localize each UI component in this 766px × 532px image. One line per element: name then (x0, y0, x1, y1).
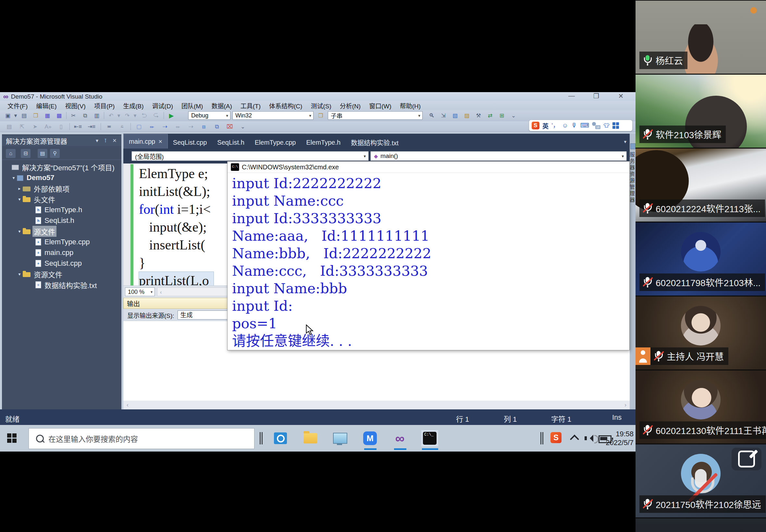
server-explorer-vertical-tab[interactable]: 服务器资源管理器 (630, 152, 636, 204)
tree-item[interactable]: ≡数据结构实验.txt (2, 279, 121, 290)
toolbox-icon[interactable]: ⚒ (474, 112, 483, 120)
menu-item[interactable]: 测试(S) (306, 101, 335, 110)
tree-item[interactable]: +main.cpp (2, 247, 121, 258)
menu-item[interactable]: 编辑(E) (32, 101, 61, 110)
visual-studio-button[interactable]: ∞ (392, 430, 408, 446)
copy-icon[interactable]: ⧉ (80, 112, 90, 120)
tab-list-caret-icon[interactable]: ▾ (624, 139, 626, 145)
minimize-button[interactable]: — (567, 92, 577, 100)
member-list-icon[interactable]: ⇱ (18, 123, 27, 131)
pin-icon[interactable]: ⊺ (102, 138, 109, 144)
participant-tile[interactable]: 6020211798软件2103林... (636, 223, 766, 296)
se-properties-icon[interactable]: ▤ (38, 149, 47, 158)
toolbox-grid-icon[interactable] (613, 122, 619, 129)
menu-item[interactable]: 调试(D) (148, 101, 177, 110)
scroll-right-icon[interactable]: › (625, 402, 626, 408)
se-home-icon[interactable]: ⌂ (6, 149, 16, 158)
combo-caret-icon[interactable]: ▾ (363, 154, 366, 159)
find-next-icon[interactable]: ⇲ (439, 112, 448, 120)
menu-item[interactable]: 分析(N) (335, 101, 365, 110)
cut-icon[interactable]: ✂ (69, 112, 78, 120)
menu-item[interactable]: 视图(V) (61, 101, 90, 110)
save-icon[interactable]: ▦ (43, 112, 52, 120)
window-position-caret-icon[interactable]: ▾ (93, 138, 101, 144)
tree-item[interactable]: hElemType.h (2, 204, 121, 215)
search-combo[interactable]: 子串 ▾ (328, 111, 423, 120)
annotate-button[interactable] (732, 448, 761, 470)
redo-caret-icon[interactable]: ▾ (133, 112, 137, 120)
navigate-forward-icon[interactable]: ⮎ (151, 112, 160, 120)
save-all-icon[interactable]: ▩ (55, 112, 64, 120)
new-project-icon[interactable]: ▣ (3, 112, 12, 120)
scroll-left-icon[interactable]: ‹ (127, 402, 128, 408)
prev-bookmark-folder-icon[interactable]: ⬰ (173, 123, 182, 131)
tray-expand-icon[interactable] (570, 435, 579, 444)
tree-item[interactable]: ▾源文件 (2, 226, 121, 236)
menu-item[interactable]: 体系结构(C) (265, 101, 306, 110)
next-bookmark-icon[interactable]: ⇢ (160, 123, 169, 131)
configuration-combo[interactable]: Debug ▾ (188, 111, 230, 120)
bookmark-icon[interactable]: ▢ (134, 123, 143, 131)
breakpoint-margin[interactable] (123, 163, 130, 285)
find-icon[interactable]: 🔍︎ (427, 112, 436, 120)
add-item-icon[interactable]: ▤ (19, 112, 29, 120)
emoji-icon[interactable]: ☺ (562, 122, 568, 129)
navigate-back-icon[interactable]: ⮌ (140, 112, 149, 120)
se-collapse-all-icon[interactable]: ⊟ (21, 149, 30, 158)
menu-item[interactable]: 文件(F) (3, 101, 32, 110)
parameter-info-icon[interactable]: A» (43, 123, 53, 131)
method-combo[interactable]: ◆ main() ▾ (370, 151, 627, 161)
comment-icon[interactable]: ≖ (104, 123, 114, 131)
solution-explorer-icon[interactable]: ▧ (451, 112, 460, 120)
undo-icon[interactable]: ↶ (106, 112, 115, 120)
toolbar-overflow-icon[interactable]: ⌄ (509, 112, 518, 120)
participant-tile[interactable]: 6020212130软件2111王书苒 (636, 370, 766, 443)
start-debug-icon[interactable]: ▶ (167, 112, 176, 120)
undo-caret-icon[interactable]: ▾ (117, 112, 121, 120)
menu-item[interactable]: 工具(T) (236, 101, 265, 110)
sogou-tray-icon[interactable]: S (551, 432, 562, 443)
clear-bookmarks-icon[interactable]: ⌧ (225, 123, 234, 131)
menu-item[interactable]: 项目(P) (90, 101, 119, 110)
document-tab[interactable]: 数据结构实验.txt (346, 136, 404, 149)
tree-expander-icon[interactable]: ▾ (16, 197, 23, 202)
bookmark-all-icon[interactable]: ⧉ (212, 123, 221, 131)
uncomment-icon[interactable]: ⍨ (117, 123, 127, 131)
clock[interactable]: 19:58 2022/5/7 (595, 429, 634, 447)
participant-tile[interactable]: 6020212224软件2113张... (636, 149, 766, 222)
scope-combo[interactable]: (全局范围) ▾ (131, 151, 369, 161)
tree-item[interactable]: ▾资源文件 (2, 269, 121, 279)
panel-close-icon[interactable]: ✕ (111, 138, 118, 144)
combo-caret-icon[interactable]: ▾ (309, 113, 311, 118)
punctuation-icon[interactable]: ’， (552, 122, 559, 129)
cmd-taskbar-button[interactable]: C:\_ (421, 430, 438, 446)
menu-item[interactable]: 数据(A) (207, 101, 236, 110)
tree-item[interactable]: hSeqList.h (2, 215, 121, 226)
word-info-icon[interactable]: ➤ (30, 123, 40, 131)
combo-caret-icon[interactable]: ▾ (226, 113, 228, 118)
participant-tile[interactable]: 主持人 冯开慧 (636, 296, 766, 369)
tab-close-icon[interactable]: × (158, 138, 162, 145)
indent-icon[interactable]: ⇥≡ (87, 123, 96, 131)
document-tab[interactable]: ElemType.h (301, 136, 346, 149)
extension-icon[interactable]: ⇄ (486, 112, 495, 120)
add-reference-icon[interactable]: ⊞ (497, 112, 506, 120)
find-in-files-icon[interactable]: ❒ (316, 112, 325, 120)
tree-item[interactable]: ▾Demo57 (2, 172, 121, 183)
next-bookmark-folder-icon[interactable]: ⇢ (186, 123, 195, 131)
account-icon[interactable]: 18 (592, 122, 601, 129)
participant-tile[interactable]: 杨红云 (636, 1, 766, 74)
cmd-window[interactable]: C:\ C:\WINDOWS\system32\cmd.exe input Id… (227, 161, 630, 350)
toolbar2-overflow-icon[interactable]: ⌄ (238, 123, 247, 131)
taskbar-search-box[interactable]: 在这里输入你要搜索的内容 (29, 428, 254, 449)
voice-input-icon[interactable]: 🎙︎ (571, 122, 578, 129)
document-tab[interactable]: SeqList.cpp (168, 136, 212, 149)
volume-icon[interactable] (586, 435, 593, 442)
document-tab[interactable]: ElemType.cpp (249, 136, 301, 149)
menu-item[interactable]: 帮助(H) (396, 101, 425, 110)
tree-expander-icon[interactable]: ▸ (16, 186, 23, 191)
cmd-titlebar[interactable]: C:\ C:\WINDOWS\system32\cmd.exe (227, 162, 629, 173)
this-pc-button[interactable] (332, 430, 348, 446)
prev-bookmark-icon[interactable]: ⬰ (147, 123, 156, 131)
close-button[interactable]: ✕ (616, 92, 626, 100)
